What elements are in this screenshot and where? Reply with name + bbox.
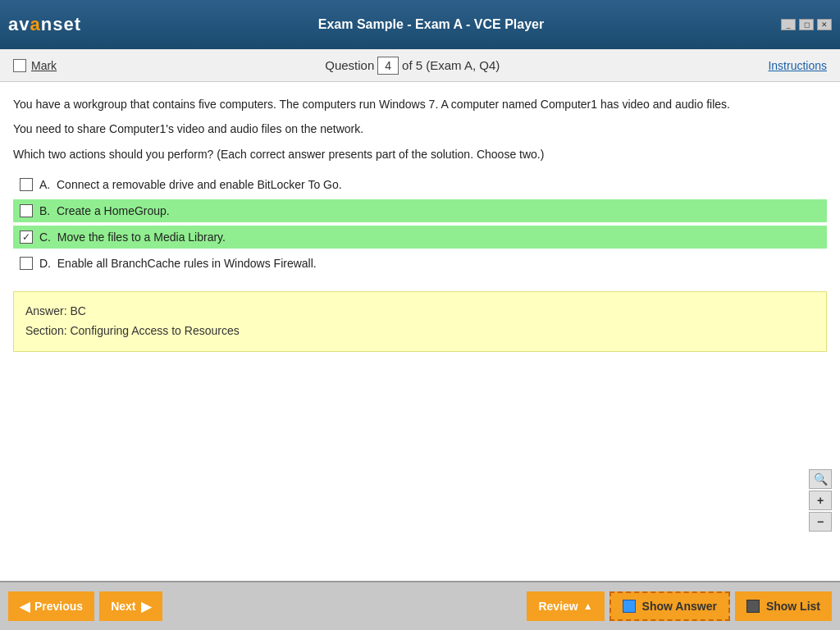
- main-content: You have a workgroup that contains five …: [0, 82, 840, 581]
- show-list-label: Show List: [766, 600, 820, 613]
- logo: avanset: [8, 14, 81, 35]
- option-c[interactable]: ✓ C. Move the files to a Media Library.: [13, 226, 827, 249]
- answer-line-2: Section: Configuring Access to Resources: [25, 322, 815, 341]
- option-d-checkbox[interactable]: [20, 257, 33, 270]
- show-answer-label: Show Answer: [642, 600, 717, 613]
- instructions-link[interactable]: Instructions: [768, 59, 827, 72]
- header-row: Mark Question 4 of 5 (Exam A, Q4) Instru…: [0, 49, 840, 82]
- question-paragraph-3: Which two actions should you perform? (E…: [13, 145, 827, 163]
- option-d[interactable]: D. Enable all BranchCache rules in Windo…: [13, 252, 827, 275]
- show-list-button[interactable]: Show List: [735, 591, 832, 621]
- close-button[interactable]: ✕: [817, 19, 832, 30]
- show-answer-button[interactable]: Show Answer: [609, 591, 730, 621]
- search-button[interactable]: 🔍: [809, 469, 832, 489]
- question-paragraph-1: You have a workgroup that contains five …: [13, 95, 827, 113]
- option-d-label: D. Enable all BranchCache rules in Windo…: [39, 257, 317, 270]
- zoom-out-button[interactable]: −: [809, 512, 832, 532]
- question-paragraph-2: You need to share Computer1's video and …: [13, 120, 827, 138]
- previous-arrow-icon: ◀: [20, 599, 30, 614]
- previous-label: Previous: [34, 600, 83, 613]
- option-c-label: C. Move the files to a Media Library.: [39, 231, 226, 244]
- option-b-checkbox[interactable]: [20, 204, 33, 217]
- option-b[interactable]: B. Create a HomeGroup.: [13, 199, 827, 222]
- restore-button[interactable]: ◻: [799, 19, 814, 30]
- option-a[interactable]: A. Connect a removable drive and enable …: [13, 173, 827, 196]
- show-list-icon: [746, 600, 760, 613]
- question-info: Question 4 of 5 (Exam A, Q4): [325, 57, 500, 75]
- mark-label[interactable]: Mark: [31, 59, 57, 72]
- option-a-label: A. Connect a removable drive and enable …: [39, 178, 342, 191]
- mark-checkbox[interactable]: [13, 59, 26, 72]
- question-total: of 5 (Exam A, Q4): [402, 58, 500, 72]
- options-list: A. Connect a removable drive and enable …: [13, 173, 827, 275]
- review-button[interactable]: Review ▲: [527, 591, 604, 621]
- review-label: Review: [538, 600, 578, 613]
- bottom-toolbar: ◀ Previous Next ▶ Review ▲ Show Answer S…: [0, 581, 840, 630]
- window-controls: _ ◻ ✕: [781, 19, 832, 30]
- next-button[interactable]: Next ▶: [99, 591, 162, 621]
- show-answer-icon: [623, 600, 636, 613]
- option-a-checkbox[interactable]: [20, 178, 33, 191]
- next-arrow-icon: ▶: [141, 599, 151, 614]
- previous-button[interactable]: ◀ Previous: [8, 591, 94, 621]
- titlebar: avanset Exam Sample - Exam A - VCE Playe…: [0, 0, 840, 49]
- review-dropdown-icon: ▲: [583, 600, 593, 612]
- answer-line-1: Answer: BC: [25, 302, 815, 322]
- mark-area: Mark: [13, 59, 57, 72]
- zoom-in-button[interactable]: +: [809, 491, 832, 510]
- option-b-label: B. Create a HomeGroup.: [39, 204, 170, 217]
- answer-section: Answer: BC Section: Configuring Access t…: [13, 291, 827, 352]
- zoom-controls: 🔍 + −: [809, 469, 832, 532]
- window-title: Exam Sample - Exam A - VCE Player: [81, 17, 781, 32]
- minimize-button[interactable]: _: [781, 19, 796, 30]
- question-label: Question: [325, 58, 374, 72]
- logo-area: avanset: [8, 14, 81, 35]
- option-c-checkbox[interactable]: ✓: [20, 231, 33, 244]
- next-label: Next: [111, 600, 135, 613]
- question-number: 4: [377, 57, 399, 75]
